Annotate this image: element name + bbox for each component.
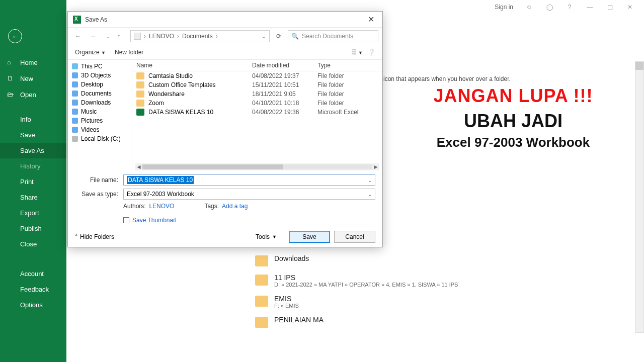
scroll-right-icon[interactable]: ► <box>372 163 379 170</box>
maximize-button[interactable]: ▢ <box>600 0 620 14</box>
folder-icon <box>72 100 78 106</box>
file-row[interactable]: Wondershare18/11/2021 9:05File folder <box>132 89 382 99</box>
help-icon[interactable]: ? <box>559 0 580 14</box>
file-row[interactable]: Custom Office Templates15/11/2021 10:51F… <box>132 80 382 89</box>
nav-back-button[interactable]: ← <box>72 33 84 40</box>
dialog-toolbar: Organize ▼ New folder ☰ ▼ ❔ <box>68 45 382 60</box>
refresh-button[interactable]: ⟳ <box>273 33 285 40</box>
folder-tree[interactable]: This PC 3D Objects Desktop Documents Dow… <box>68 60 132 170</box>
folder-icon <box>72 81 78 87</box>
signin-link[interactable]: Sign in <box>495 4 513 11</box>
horizontal-scrollbar[interactable]: ◄► <box>135 163 379 170</box>
list-item[interactable]: Downloads <box>255 254 607 266</box>
dialog-footer: ˄Hide Folders Tools▼ Save Cancel <box>68 226 382 247</box>
breadcrumb-item[interactable]: LENOVO <box>149 33 174 40</box>
breadcrumb-bar[interactable]: › LENOVO › Documents › ⌄ <box>130 30 270 42</box>
column-date[interactable]: Date modified <box>252 62 317 69</box>
chevron-right-icon: › <box>216 33 218 40</box>
tree-item[interactable]: Music <box>68 107 132 116</box>
nav-save[interactable]: Save <box>0 127 66 143</box>
column-name[interactable]: Name <box>136 62 252 69</box>
nav-recent-dropdown[interactable]: ⌄ <box>102 34 114 39</box>
back-button[interactable]: ← <box>8 29 22 43</box>
folder-icon <box>136 100 144 107</box>
nav-label: Home <box>20 59 38 66</box>
filename-label: File name: <box>75 176 123 184</box>
cancel-button[interactable]: Cancel <box>334 231 375 243</box>
view-button[interactable]: ☰ ▼ <box>351 49 363 56</box>
nav-new[interactable]: 🗋New <box>0 70 66 86</box>
nav-home[interactable]: ⌂Home <box>0 54 66 70</box>
folder-icon <box>72 90 78 97</box>
nav-saveas[interactable]: Save As <box>0 143 66 158</box>
nav-publish[interactable]: Publish <box>0 221 66 236</box>
list-item[interactable]: PENILAIAN MA <box>255 316 607 328</box>
nav-open[interactable]: 🗁Open <box>0 86 66 103</box>
dialog-body: This PC 3D Objects Desktop Documents Dow… <box>68 60 382 170</box>
nav-up-button[interactable]: ↑ <box>117 33 127 40</box>
tree-item[interactable]: Downloads <box>68 98 132 107</box>
tree-item[interactable]: Desktop <box>68 80 132 89</box>
list-title: 11 IPS <box>274 274 458 282</box>
nav-history[interactable]: History <box>0 158 66 174</box>
authors-value[interactable]: LENOVO <box>149 203 174 210</box>
search-input[interactable]: 🔍 Search Documents <box>288 30 378 42</box>
nav-label: Save <box>7 131 35 139</box>
scrollbar-thumb[interactable] <box>142 164 283 169</box>
nav-label: Feedback <box>7 286 49 293</box>
scrollbar-thumb[interactable] <box>635 62 643 70</box>
organize-button[interactable]: Organize ▼ <box>75 49 106 56</box>
nav-label: Info <box>7 116 31 123</box>
scroll-left-icon[interactable]: ◄ <box>135 163 142 170</box>
save-button[interactable]: Save <box>289 231 330 243</box>
tree-item[interactable]: Pictures <box>68 116 132 125</box>
breadcrumb-dropdown[interactable]: ⌄ <box>261 33 266 40</box>
chevron-right-icon: › <box>144 33 146 40</box>
dialog-close-button[interactable]: ✕ <box>365 15 377 24</box>
nav-info[interactable]: Info <box>0 112 66 127</box>
dialog-title: Save As <box>85 16 107 23</box>
filename-input[interactable]: DATA SISWA KELAS 10⌄ <box>123 174 375 186</box>
save-thumbnail-checkbox[interactable] <box>123 217 129 223</box>
nav-share[interactable]: Share <box>0 190 66 205</box>
account-icon[interactable]: ◯ <box>539 0 559 14</box>
tree-item[interactable]: 3D Objects <box>68 71 132 80</box>
file-row[interactable]: Camtasia Studio04/08/2022 19:37File fold… <box>132 71 382 80</box>
tags-label: Tags: <box>204 203 219 210</box>
tree-item[interactable]: Documents <box>68 89 132 98</box>
list-path: F: » EMIS <box>274 303 299 309</box>
tree-item-disk[interactable]: Local Disk (C:) <box>68 134 132 143</box>
nav-options[interactable]: Options <box>0 297 66 313</box>
tools-dropdown[interactable]: Tools▼ <box>256 233 277 240</box>
breadcrumb-item[interactable]: Documents <box>182 33 213 40</box>
nav-close[interactable]: Close <box>0 236 66 252</box>
face-icon[interactable]: ☺ <box>519 0 539 14</box>
nav-print[interactable]: Print <box>0 174 66 190</box>
folder-icon <box>255 275 268 286</box>
folder-icon <box>136 72 144 79</box>
minimize-button[interactable]: — <box>580 0 600 14</box>
excel-icon <box>73 16 81 24</box>
nav-account[interactable]: Account <box>0 266 66 282</box>
help-button[interactable]: ❔ <box>368 49 375 56</box>
tree-item-this-pc[interactable]: This PC <box>68 62 132 71</box>
nav-export[interactable]: Export <box>0 205 66 221</box>
list-title: EMIS <box>274 295 299 303</box>
tree-item[interactable]: Videos <box>68 125 132 134</box>
tags-value[interactable]: Add a tag <box>222 203 248 210</box>
list-item[interactable]: 11 IPSD: » 2021-2022 » MA YATPI » OPERAT… <box>255 274 607 288</box>
nav-label: History <box>7 162 40 170</box>
hide-folders-button[interactable]: ˄Hide Folders <box>75 233 114 240</box>
vertical-scrollbar[interactable] <box>635 61 644 333</box>
column-headers[interactable]: Name Date modified Type <box>132 60 382 71</box>
nav-forward-button[interactable]: → <box>87 33 99 40</box>
new-folder-button[interactable]: New folder <box>115 49 143 56</box>
nav-feedback[interactable]: Feedback <box>0 282 66 297</box>
file-row[interactable]: Zoom04/10/2021 10:18File folder <box>132 99 382 108</box>
file-row[interactable]: DATA SISWA KELAS 1004/08/2022 19:36Micro… <box>132 108 382 117</box>
list-item[interactable]: EMISF: » EMIS <box>255 295 607 309</box>
savetype-combo[interactable]: Excel 97-2003 Workbook⌄ <box>123 189 375 200</box>
close-window-button[interactable]: ✕ <box>620 0 640 14</box>
column-type[interactable]: Type <box>317 62 378 69</box>
search-icon: 🔍 <box>291 33 299 40</box>
